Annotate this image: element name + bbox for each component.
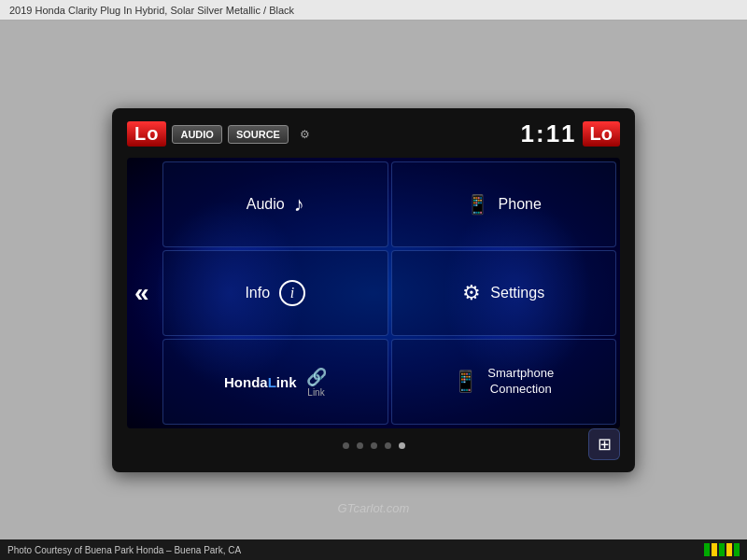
header-left: Lo AUDIO SOURCE ⚙	[127, 121, 310, 147]
flag-stripes	[704, 543, 740, 556]
smartphone-icon: 📱	[453, 370, 478, 394]
watermark-text: GTcarlot.com	[338, 501, 410, 515]
page-title: 2019 Honda Clarity Plug In Hybrid, Solar…	[9, 5, 294, 16]
phone-menu-button[interactable]: 📱 Phone	[391, 161, 617, 247]
watermark-bar: GTcarlot.com	[0, 501, 747, 515]
audio-menu-button[interactable]: Audio ♪	[162, 161, 388, 247]
phone-label: Phone	[499, 196, 542, 213]
settings-label: Settings	[490, 285, 544, 301]
back-arrow[interactable]: «	[134, 278, 149, 308]
gear-icon: ⚙	[462, 281, 481, 305]
audio-label: Audio	[247, 196, 285, 213]
screen-header: Lo AUDIO SOURCE ⚙ 1:11 Lo	[127, 119, 620, 148]
stripe-green-1	[704, 543, 710, 556]
dot-5-active	[399, 442, 405, 449]
dot-4	[385, 442, 391, 449]
dot-2	[357, 442, 363, 449]
photo-credit-bar: Photo Courtesy of Buena Park Honda – Bue…	[0, 539, 747, 560]
info-label: Info	[245, 285, 270, 301]
smartphone-menu-button[interactable]: 📱 SmartphoneConnection	[391, 339, 617, 425]
link-icon: 🔗 Link	[306, 367, 327, 398]
dot-1	[343, 442, 349, 449]
apps-button[interactable]: ⊞	[588, 428, 620, 460]
main-wrapper: Lo AUDIO SOURCE ⚙ 1:11 Lo « Audio ♪	[0, 21, 747, 560]
stripe-green-2	[719, 543, 725, 556]
source-button[interactable]: SOURCE	[228, 125, 289, 144]
menu-grid: Audio ♪ 📱 Phone Info i ⚙ Settings	[127, 158, 620, 428]
stripe-yellow-2	[726, 543, 732, 556]
stripe-yellow	[712, 543, 717, 556]
page-dots	[343, 442, 405, 449]
audio-button[interactable]: AUDIO	[172, 125, 221, 144]
lo-badge-left: Lo	[127, 121, 166, 147]
screen-content: « Audio ♪ 📱 Phone Info i	[127, 158, 620, 428]
time-display: 1:11	[521, 119, 577, 148]
info-icon: i	[279, 280, 305, 306]
settings-icon: ⚙	[300, 128, 310, 141]
bottom-row: ⊞	[127, 428, 620, 462]
info-menu-button[interactable]: Info i	[162, 250, 388, 336]
music-icon: ♪	[294, 192, 304, 217]
smartphone-label: SmartphoneConnection	[487, 366, 554, 398]
photo-credit-text: Photo Courtesy of Buena Park Honda – Bue…	[7, 545, 241, 555]
header-right: 1:11 Lo	[521, 119, 620, 148]
hondalink-menu-button[interactable]: HondaLink 🔗 Link	[162, 339, 388, 425]
phone-icon: 📱	[466, 193, 489, 216]
top-bar: 2019 Honda Clarity Plug In Hybrid, Solar…	[0, 0, 747, 21]
stripe-green-3	[734, 543, 740, 556]
hondalink-label: HondaLink	[224, 374, 297, 390]
settings-menu-button[interactable]: ⚙ Settings	[391, 250, 617, 336]
dot-3	[371, 442, 377, 449]
lo-badge-right: Lo	[583, 121, 620, 147]
screen-bezel: Lo AUDIO SOURCE ⚙ 1:11 Lo « Audio ♪	[112, 108, 635, 472]
